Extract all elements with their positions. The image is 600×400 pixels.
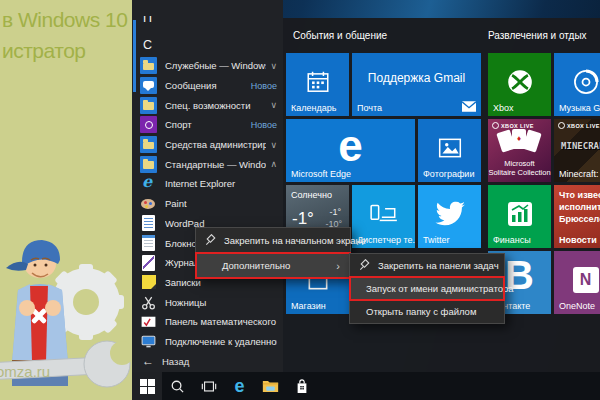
chevron-down-icon: ∨ xyxy=(270,61,277,71)
section-letter-s[interactable]: С xyxy=(143,38,152,52)
back-button[interactable]: ← Назад xyxy=(142,352,189,370)
promo-panel: в Windows 10 · истратор xyxy=(0,0,132,400)
taskbar-edge-button[interactable]: e xyxy=(224,372,255,400)
tile-group-title[interactable]: События и общение xyxy=(293,30,387,41)
panel-title: в Windows 10 · истратор xyxy=(2,4,132,66)
tile-mail[interactable]: Поддержка Gmail Почта xyxy=(352,53,481,116)
sticky-notes-icon xyxy=(142,275,156,289)
app-item-remote-desktop[interactable]: Подключение к удаленному р... xyxy=(132,332,283,352)
tile-news[interactable]: Что известн исполнител Брюсселе Новости xyxy=(554,185,600,248)
tile-label: Microsoft Solitaire Collection xyxy=(488,159,551,179)
app-label: Стандартные — Windows xyxy=(165,159,266,170)
app-label: Internet Explorer xyxy=(165,178,277,189)
tile-solitaire[interactable]: XBOX LIVE ♦ Microsoft Solitaire Collecti… xyxy=(488,119,551,182)
tile-twitter[interactable]: Twitter xyxy=(418,185,481,248)
xbox-live-badge: XBOX LIVE xyxy=(558,122,600,129)
app-item-accessibility[interactable]: Спец. возможности ∨ xyxy=(132,95,283,115)
app-label: Панель математического ввода xyxy=(165,316,277,327)
task-view-button[interactable] xyxy=(193,372,224,400)
app-label: Средства администрирован... xyxy=(165,139,266,150)
remote-desktop-icon xyxy=(140,333,157,350)
app-label: Ножницы xyxy=(165,297,277,308)
folder-icon xyxy=(140,97,157,114)
new-badge: Новое xyxy=(251,120,277,130)
devices-icon xyxy=(369,203,399,225)
app-item-system-windows[interactable]: Служебные — Windows ∨ xyxy=(132,56,283,76)
app-label: Спорт xyxy=(165,119,247,130)
app-label: Сообщения xyxy=(165,80,247,91)
tile-label: Почта xyxy=(357,103,382,113)
section-letter-p[interactable]: П xyxy=(143,16,152,29)
pin-icon xyxy=(358,259,371,272)
app-item-accessories[interactable]: Стандартные — Windows ∧ xyxy=(132,154,283,174)
back-arrow-icon: ← xyxy=(142,354,154,368)
tile-minecraft[interactable]: XBOX LIVE MINECRAFT Minecraft: W xyxy=(554,119,600,182)
minecraft-logo: MINECRAFT xyxy=(554,141,600,151)
tile-label: Магазин xyxy=(291,301,326,311)
calendar-icon xyxy=(305,69,331,95)
twitter-bird-icon xyxy=(435,201,465,226)
tile-label: Новости xyxy=(559,235,597,245)
tile-label: Фотографии xyxy=(423,169,474,179)
news-headline: Что известн исполнител Брюсселе xyxy=(554,189,600,225)
app-item-messaging[interactable]: Сообщения Новое xyxy=(132,76,283,96)
start-button[interactable] xyxy=(132,372,162,400)
tile-label: Microsoft Edge xyxy=(291,169,351,179)
math-input-icon xyxy=(140,313,157,330)
tile-microsoft-edge[interactable]: e Microsoft Edge xyxy=(286,119,415,182)
tile-xbox[interactable]: Xbox xyxy=(488,53,551,116)
menu-item-label: Закрепить на начальном экране xyxy=(224,235,366,246)
file-explorer-icon xyxy=(262,379,279,393)
tile-label: Финансы xyxy=(493,235,531,245)
chevron-down-icon: ∨ xyxy=(270,100,277,110)
internet-explorer-icon xyxy=(140,175,157,192)
app-label: Спец. возможности xyxy=(165,100,266,111)
edge-logo-icon: e xyxy=(286,121,415,171)
menu-item-open-file-location[interactable]: Открыть папку с файлом xyxy=(350,300,504,323)
mail-notification-text: Поддержка Gmail xyxy=(352,71,481,85)
tile-photos[interactable]: Фотографии xyxy=(418,119,481,182)
store-bag-icon xyxy=(295,378,309,394)
tile-label: Календарь xyxy=(291,103,336,113)
xbox-live-badge: XBOX LIVE xyxy=(492,122,534,129)
app-item-math-input[interactable]: Панель математического ввода xyxy=(132,312,283,332)
app-item-snipping-tool[interactable]: Ножницы xyxy=(132,292,283,312)
context-menu: Закрепить на начальном экране Дополнител… xyxy=(195,227,351,279)
tile-label: Xbox xyxy=(493,103,514,113)
new-badge: Новое xyxy=(251,81,277,91)
weather-temp: -1° xyxy=(292,209,314,229)
tile-onenote[interactable]: N OneNote xyxy=(554,251,600,314)
submenu-arrow-icon: › xyxy=(336,260,344,272)
messaging-icon xyxy=(140,77,157,94)
app-item-sport[interactable]: Спорт Новое xyxy=(132,115,283,135)
pin-icon xyxy=(204,234,217,247)
windows-logo-icon xyxy=(140,379,155,394)
menu-item-pin-to-taskbar[interactable]: Закрепить на панели задач xyxy=(350,254,504,277)
tile-group-title[interactable]: Развлечения и отдых xyxy=(488,30,587,41)
menu-item-run-as-admin[interactable]: Запуск от имени администратора xyxy=(350,277,504,300)
menu-item-pin-to-start[interactable]: Закрепить на начальном экране xyxy=(196,228,350,253)
taskbar-store-button[interactable] xyxy=(286,372,317,400)
chevron-up-icon: ∧ xyxy=(270,159,277,169)
menu-item-label: Закрепить на панели задач xyxy=(378,260,499,271)
groove-music-icon xyxy=(572,68,600,96)
tile-calendar[interactable]: Календарь xyxy=(286,53,349,116)
app-item-internet-explorer[interactable]: Internet Explorer xyxy=(132,174,283,194)
tile-label: Музыка Gro xyxy=(559,103,600,113)
taskbar-search-button[interactable] xyxy=(162,372,193,400)
menu-item-label: Запуск от имени администратора xyxy=(366,283,514,294)
watermark: omza.ru xyxy=(0,363,50,380)
start-menu-app-list: П С Служебные — Windows ∨ Сообщения Ново… xyxy=(132,0,283,372)
menu-item-more[interactable]: Дополнительно › xyxy=(196,253,350,278)
tile-finance[interactable]: Финансы xyxy=(488,185,551,248)
task-view-icon xyxy=(201,380,217,393)
paint-icon xyxy=(140,195,157,212)
app-item-admin-tools[interactable]: Средства администрирован... ∨ xyxy=(132,135,283,155)
context-submenu: Закрепить на панели задач Запуск от имен… xyxy=(349,253,505,324)
sport-icon xyxy=(140,116,157,133)
tile-groove-music[interactable]: Музыка Gro xyxy=(554,53,600,116)
taskbar-file-explorer-button[interactable] xyxy=(255,372,286,400)
app-label: Подключение к удаленному р... xyxy=(165,336,277,347)
app-item-paint[interactable]: Paint xyxy=(132,194,283,214)
folder-icon xyxy=(140,136,157,153)
